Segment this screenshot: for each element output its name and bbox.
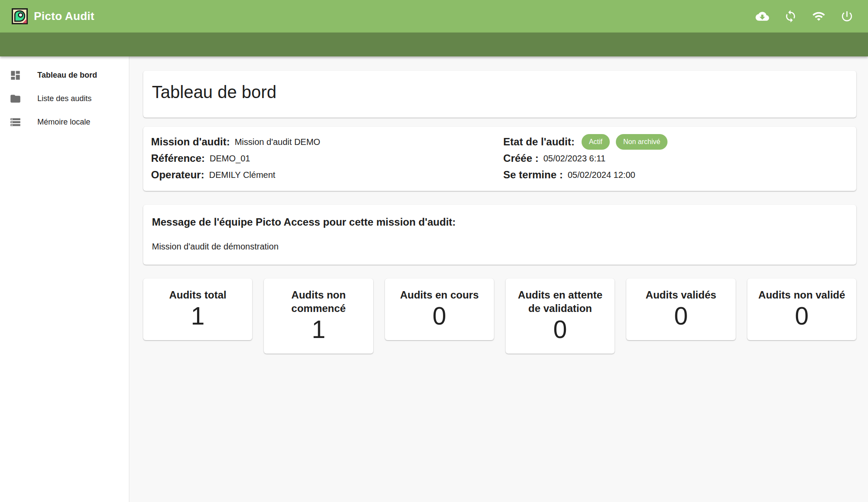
mission-field-label: Mission d'audit: bbox=[151, 136, 230, 148]
team-message-card: Message de l'équipe Picto Access pour ce… bbox=[143, 205, 856, 265]
stat-value: 0 bbox=[632, 302, 729, 330]
stat-label: Audits total bbox=[149, 288, 246, 302]
status-badge-actif: Actif bbox=[582, 134, 610, 150]
mission-field-value: Mission d'audit DEMO bbox=[235, 137, 320, 147]
sidebar-item-tableau-de-bord[interactable]: Tableau de bord bbox=[0, 63, 129, 87]
app-header: Picto Audit bbox=[0, 0, 868, 33]
page-title: Tableau de bord bbox=[152, 82, 848, 102]
mission-field-row: Operateur: DEMILY Clément bbox=[151, 167, 503, 183]
stat-card-audits-non-valide: Audits non validé 0 bbox=[747, 279, 856, 340]
audit-state-label: Etat de l'audit: bbox=[503, 136, 575, 148]
main-content: Tableau de bord Mission d'audit: Mission… bbox=[129, 56, 868, 502]
stat-label: Audits en attente de validation bbox=[512, 288, 608, 315]
mission-state-row: Etat de l'audit: Actif Non archivé bbox=[503, 134, 848, 150]
sidebar-item-label: Liste des audits bbox=[37, 94, 92, 103]
toolbar-bar bbox=[0, 33, 868, 56]
sidebar-item-label: Mémoire locale bbox=[37, 118, 90, 127]
wifi-icon[interactable] bbox=[810, 8, 827, 25]
mission-state: Etat de l'audit: Actif Non archivé Créée… bbox=[503, 134, 848, 183]
stat-value: 0 bbox=[391, 302, 488, 330]
mission-details: Mission d'audit: Mission d'audit DEMO Ré… bbox=[151, 134, 503, 183]
ends-value: 05/02/2024 12:00 bbox=[568, 170, 635, 180]
stat-card-audits-non-commence: Audits non commencé 1 bbox=[264, 279, 373, 354]
created-value: 05/02/2023 6:11 bbox=[543, 154, 605, 164]
status-badge-non-archive: Non archivé bbox=[616, 134, 667, 150]
stat-card-audits-en-attente: Audits en attente de validation 0 bbox=[506, 279, 615, 354]
mission-field-label: Operateur: bbox=[151, 169, 204, 181]
mission-field-row: Référence: DEMO_01 bbox=[151, 150, 503, 167]
header-actions bbox=[754, 8, 855, 25]
sidebar-item-label: Tableau de bord bbox=[37, 71, 97, 80]
stat-card-audits-total: Audits total 1 bbox=[143, 279, 252, 340]
created-label: Créée : bbox=[503, 152, 539, 164]
stat-value: 1 bbox=[270, 315, 367, 343]
stat-label: Audits non validé bbox=[753, 288, 850, 302]
power-icon[interactable] bbox=[838, 8, 855, 25]
ends-label: Se termine : bbox=[503, 169, 563, 181]
storage-icon bbox=[10, 116, 21, 128]
mission-created-row: Créée : 05/02/2023 6:11 bbox=[503, 150, 848, 167]
mission-ends-row: Se termine : 05/02/2024 12:00 bbox=[503, 167, 848, 183]
stat-value: 0 bbox=[753, 302, 850, 330]
audit-state-badges: Actif Non archivé bbox=[582, 134, 668, 150]
mission-field-value: DEMO_01 bbox=[210, 154, 250, 164]
sidebar: Tableau de bord Liste des audits Mémoire… bbox=[0, 56, 129, 502]
mission-field-value: DEMILY Clément bbox=[209, 170, 276, 180]
stat-card-audits-en-cours: Audits en cours 0 bbox=[385, 279, 494, 340]
stats-row: Audits total 1 Audits non commencé 1 Aud… bbox=[143, 279, 856, 354]
stat-label: Audits en cours bbox=[391, 288, 488, 302]
mission-field-row: Mission d'audit: Mission d'audit DEMO bbox=[151, 134, 503, 150]
stat-value: 0 bbox=[512, 315, 608, 343]
page-title-card: Tableau de bord bbox=[143, 71, 856, 118]
cloud-download-icon[interactable] bbox=[754, 8, 770, 25]
mission-field-label: Référence: bbox=[151, 152, 205, 164]
app-title: Picto Audit bbox=[34, 10, 95, 23]
stat-value: 1 bbox=[149, 302, 246, 330]
team-message-body: Mission d'audit de démonstration bbox=[152, 242, 848, 252]
sidebar-item-liste-des-audits[interactable]: Liste des audits bbox=[0, 87, 129, 110]
sync-icon[interactable] bbox=[782, 8, 799, 25]
folder-icon bbox=[10, 93, 21, 105]
stat-label: Audits validés bbox=[632, 288, 729, 302]
sidebar-item-memoire-locale[interactable]: Mémoire locale bbox=[0, 110, 129, 134]
stat-card-audits-valides: Audits validés 0 bbox=[626, 279, 735, 340]
mission-info-card: Mission d'audit: Mission d'audit DEMO Ré… bbox=[143, 127, 856, 191]
dashboard-icon bbox=[10, 69, 21, 81]
picto-audit-logo bbox=[12, 8, 28, 24]
team-message-title: Message de l'équipe Picto Access pour ce… bbox=[152, 216, 848, 228]
stat-label: Audits non commencé bbox=[270, 288, 367, 315]
